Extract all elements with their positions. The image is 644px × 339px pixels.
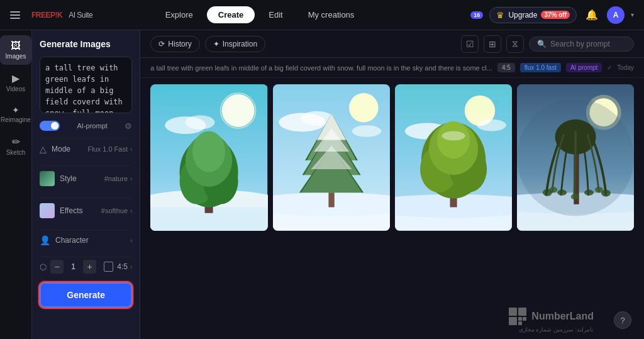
style-chevron: › <box>130 175 132 182</box>
history-icon: ⟳ <box>158 40 165 48</box>
inspiration-icon: ✦ <box>213 40 219 48</box>
grid-view-icon[interactable]: ⊞ <box>484 35 501 53</box>
svg-point-57 <box>601 190 611 197</box>
svg-point-52 <box>549 187 557 192</box>
svg-rect-59 <box>518 308 526 316</box>
character-chevron: › <box>130 237 132 244</box>
aspect-chevron: › <box>130 264 132 270</box>
effects-thumbnail <box>40 203 55 218</box>
logo-text: FREEP!K <box>31 11 62 19</box>
search-input[interactable] <box>550 40 626 48</box>
icon-sidebar: 🖼 Images ▶ Videos ✦ Reimagine ✏ Sketch <box>0 30 32 339</box>
tab-create[interactable]: Create <box>207 6 255 23</box>
qty-increase-button[interactable]: + <box>83 260 96 274</box>
ai-prompt-toggle[interactable] <box>40 121 60 131</box>
mode-option[interactable]: △ Mode Flux 1.0 Fast › <box>40 138 132 159</box>
check-icon: ✓ <box>607 64 612 71</box>
effects-option[interactable]: Effects #softhue › <box>40 197 132 223</box>
svg-point-19 <box>352 125 381 137</box>
style-value-group: #nature › <box>104 175 133 182</box>
sketch-icon: ✏ <box>12 136 20 148</box>
image-card-4[interactable] <box>517 84 634 231</box>
sidebar-item-images-label: Images <box>6 53 26 60</box>
mode-value-group: Flux 1.0 Fast › <box>87 145 132 153</box>
images-grid <box>140 78 644 339</box>
character-option[interactable]: 👤 Character › <box>40 230 132 250</box>
mode-value: Flux 1.0 Fast <box>87 145 128 153</box>
help-button[interactable]: ? <box>614 311 631 329</box>
search-icon: 🔍 <box>537 40 547 48</box>
watermark-subtitle: نامرلند: سرزمین شماره مجازی <box>519 326 594 333</box>
image-card-3[interactable] <box>395 84 512 231</box>
watermark: NumberLand نامرلند: سرزمین شماره مجازی <box>508 306 594 333</box>
style-option[interactable]: Style #nature › <box>40 165 132 191</box>
ratio-badge: 4:5 <box>497 63 515 72</box>
svg-point-35 <box>477 119 506 131</box>
character-icon: 👤 <box>40 235 50 245</box>
model-badge: flux 1.0 fast <box>520 63 561 72</box>
filter-icon[interactable]: ⧖ <box>506 35 524 53</box>
prompt-textarea[interactable]: a tall tree with green leafs in middle o… <box>40 57 132 113</box>
image-card-1[interactable] <box>150 84 267 231</box>
inspiration-tab[interactable]: ✦ Inspiration <box>205 36 265 52</box>
search-box: 🔍 <box>529 36 634 52</box>
ai-prompt-label: AI-prompt <box>77 122 108 130</box>
style-thumbnail <box>40 171 55 186</box>
effects-value-group: #softhue › <box>101 207 133 214</box>
ai-prompt-settings-icon[interactable]: ⚙ <box>125 121 132 131</box>
sidebar-item-sketch-label: Sketch <box>6 149 26 156</box>
svg-point-55 <box>584 190 594 196</box>
qty-decrease-button[interactable]: − <box>50 260 64 274</box>
prompt-preview-bar: a tall tree with green leafs in middle o… <box>140 58 644 78</box>
image-card-2[interactable] <box>273 84 390 231</box>
watermark-logo-icon <box>508 306 528 326</box>
sidebar-item-videos-label: Videos <box>6 86 25 92</box>
app-logo: FREEP!K AI Suite <box>30 11 92 19</box>
crown-icon: ♛ <box>496 10 504 20</box>
aspect-ratio-row[interactable]: 4:5 › <box>117 262 132 271</box>
upgrade-button[interactable]: ♛ Upgrade 37% off <box>489 7 577 23</box>
sidebar-item-reimagine[interactable]: ✦ Reimagine <box>0 100 31 128</box>
style-value: #nature <box>104 175 128 182</box>
notifications-icon[interactable]: 🔔 <box>583 6 601 24</box>
svg-rect-58 <box>509 308 517 316</box>
level-badge: 16 <box>470 11 483 19</box>
svg-rect-61 <box>518 317 522 321</box>
credits-icon: ⬡ <box>40 262 47 272</box>
mode-icon: △ <box>40 144 47 154</box>
generate-button[interactable]: Generate <box>40 282 132 308</box>
hamburger-menu[interactable] <box>10 11 20 19</box>
prompt-preview-text: a tall tree with green leafs in middle o… <box>150 64 492 72</box>
quantity-row: ⬡ − 1 + 4:5 › <box>40 257 132 276</box>
svg-rect-60 <box>509 317 517 325</box>
effects-label: Effects <box>60 206 82 215</box>
svg-point-6 <box>186 115 215 129</box>
ai-badge: AI prompt <box>566 63 602 72</box>
svg-point-3 <box>222 94 255 127</box>
aspect-ratio-icon <box>104 262 113 272</box>
avatar-chevron[interactable]: ▾ <box>631 11 634 18</box>
nav-right: 16 ♛ Upgrade 37% off 🔔 A ▾ <box>470 6 634 24</box>
sidebar-item-videos[interactable]: ▶ Videos <box>0 67 31 97</box>
avatar[interactable]: A <box>607 6 625 24</box>
sidebar-item-reimagine-label: Reimagine <box>1 116 31 123</box>
svg-rect-20 <box>328 192 334 207</box>
content-area: ⟳ History ✦ Inspiration ☑ ⊞ ⧖ 🔍 a tall t… <box>140 30 644 339</box>
generate-panel: Generate Images a tall tree with green l… <box>32 30 140 339</box>
sidebar-item-images[interactable]: 🖼 Images <box>0 35 31 65</box>
effects-value: #softhue <box>101 207 128 214</box>
svg-point-16 <box>349 93 379 123</box>
tab-edit[interactable]: Edit <box>257 6 294 23</box>
style-label-group: Style <box>40 171 77 186</box>
aspect-ratio-value: 4:5 <box>117 262 128 271</box>
character-label-group: 👤 Character <box>40 235 89 245</box>
style-label: Style <box>60 174 77 183</box>
upgrade-label: Upgrade <box>508 11 537 19</box>
tab-explore[interactable]: Explore <box>154 6 204 23</box>
tab-my-creations[interactable]: My creations <box>297 6 366 23</box>
mode-label: Mode <box>52 145 70 153</box>
svg-point-54 <box>570 194 579 199</box>
sidebar-item-sketch[interactable]: ✏ Sketch <box>0 131 31 161</box>
history-tab[interactable]: ⟳ History <box>150 36 199 52</box>
select-view-icon[interactable]: ☑ <box>461 35 479 53</box>
